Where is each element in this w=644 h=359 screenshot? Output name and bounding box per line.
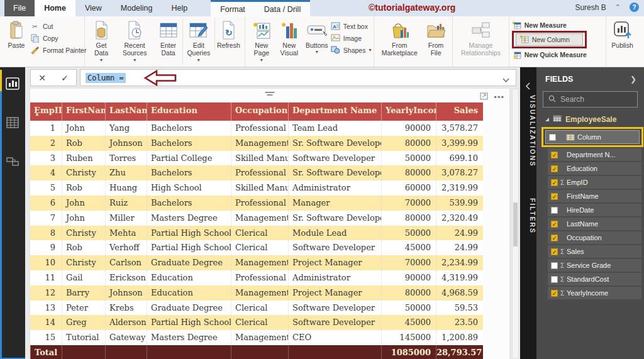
from-marketplace-button[interactable]: From Marketplace	[377, 19, 422, 58]
paste-button[interactable]: Paste	[3, 19, 30, 50]
table-row[interactable]: 14GregAldersonPartial High SchoolClerica…	[30, 315, 483, 330]
field-item[interactable]: ✓FirstName	[548, 190, 641, 202]
tab-file[interactable]: File	[4, 0, 35, 16]
text-box-button[interactable]: A Text box	[331, 21, 372, 31]
fields-search-input[interactable]: Search	[543, 91, 638, 108]
field-item[interactable]: Column	[545, 130, 640, 144]
expand-collapse-icon[interactable]	[545, 118, 549, 121]
dataset-row[interactable]: EmployeeSale	[536, 114, 644, 126]
field-item[interactable]: ✓ΣEmpID	[548, 176, 641, 189]
copy-button[interactable]: Copy	[30, 33, 86, 43]
report-view-icon[interactable]	[0, 70, 25, 97]
refresh-button[interactable]: ↻ Refresh	[214, 19, 242, 50]
field-item[interactable]: ✓Occupation	[548, 231, 641, 244]
table-row[interactable]: 15TutorialGatewayMasters DegreeManagemen…	[30, 330, 483, 345]
table-row[interactable]: 7JohnMillerMasters DegreeManagementSr. S…	[30, 211, 483, 226]
column-header[interactable]: Sales	[436, 102, 483, 121]
edit-queries-button[interactable]: Edit Queries▾	[182, 19, 214, 64]
field-checkbox-checked[interactable]: ✓	[551, 221, 558, 228]
table-row[interactable]: 5RobHuangHigh SchoolSkilled ManualAdmini…	[30, 180, 483, 196]
field-item[interactable]: ✓Department N...	[548, 148, 641, 161]
signed-in-user[interactable]: Suresh B	[575, 3, 606, 12]
column-header[interactable]: Education	[147, 102, 231, 121]
cancel-formula-icon[interactable]: ✕	[38, 73, 46, 83]
tab-home[interactable]: Home	[35, 0, 75, 16]
table-row[interactable]: 3RubenTorresPartial CollegeSkilled Manua…	[30, 151, 483, 166]
field-checkbox-checked[interactable]: ✓	[551, 179, 558, 186]
table-row[interactable]: 6JohnRuizBachelorsProfessionalManager700…	[30, 196, 483, 211]
scrollbar-thumb[interactable]	[513, 202, 518, 246]
formula-input[interactable]: Column =	[80, 69, 516, 86]
table-row[interactable]: 11GailEricksonEducationProfessionalAdmin…	[30, 270, 483, 285]
field-checkbox-checked[interactable]: ✓	[551, 248, 558, 255]
field-checkbox-unchecked[interactable]	[551, 207, 558, 214]
table-row[interactable]: 8ChristyMehtaPartial High SchoolClerical…	[30, 226, 483, 241]
new-quick-measure-button[interactable]: ⚡ New Quick Measure	[512, 50, 587, 59]
expand-pane-icon[interactable]	[525, 81, 530, 92]
field-checkbox-unchecked[interactable]	[549, 134, 556, 141]
field-item[interactable]: ✓LastName	[548, 218, 641, 230]
filters-collapsed-tab[interactable]: FILTERS	[520, 198, 536, 234]
table-row[interactable]: 4ChristyZhuBachelorsProfessionalSr. Soft…	[30, 165, 483, 180]
recent-sources-button[interactable]: Recent Sources▾	[115, 19, 154, 64]
commit-formula-icon[interactable]: ✓	[61, 73, 69, 83]
new-visual-button[interactable]: ✹ New Visual	[275, 19, 303, 58]
field-item[interactable]: ΣStandardCost	[548, 273, 641, 285]
field-checkbox-checked[interactable]: ✓	[551, 290, 558, 297]
table-visual[interactable]: ••• EmpID▲FirstNameLastNameEducationOccu…	[30, 89, 509, 359]
tab-help[interactable]: Help	[162, 0, 197, 16]
field-checkbox-checked[interactable]: ✓	[551, 165, 558, 172]
column-header[interactable]: EmpID▲	[30, 102, 62, 121]
field-item[interactable]: HireDate	[548, 204, 641, 216]
publish-button[interactable]: Publish	[609, 19, 636, 50]
column-header[interactable]: LastName	[105, 102, 147, 121]
visual-options-icon[interactable]: •••	[494, 92, 504, 102]
table-row[interactable]: 12BarryJohnsonEducationManagementProject…	[30, 285, 483, 301]
new-column-button[interactable]: ✹ New Column	[516, 33, 583, 46]
data-view-icon[interactable]	[0, 109, 25, 136]
shapes-button[interactable]: Shapes▾	[331, 45, 372, 55]
image-button[interactable]: Image	[331, 33, 372, 43]
field-item[interactable]: ✓ΣYearlyIncome	[548, 287, 641, 299]
field-checkbox-checked[interactable]: ✓	[551, 193, 558, 200]
dropdown-caret-icon: ▾	[100, 57, 103, 63]
column-header[interactable]: FirstName	[62, 102, 105, 121]
tab-view[interactable]: View	[75, 0, 111, 16]
visual-drag-handle-icon[interactable]	[265, 92, 275, 96]
manage-relationships-button[interactable]: Manage Relationships	[455, 19, 506, 58]
field-checkbox-unchecked[interactable]	[551, 276, 558, 283]
field-checkbox-unchecked[interactable]	[551, 262, 558, 269]
collapse-ribbon-icon[interactable]: ⌃	[615, 3, 621, 11]
column-header[interactable]: Occupation	[231, 102, 288, 121]
column-header[interactable]: Department Name	[288, 102, 381, 121]
table-row[interactable]: 9RobVerhoffPartial High SchoolClericalSo…	[30, 240, 483, 255]
new-measure-button[interactable]: ✹ New Measure	[512, 20, 587, 30]
field-item[interactable]: ✓ΣSales	[548, 245, 641, 258]
from-file-button[interactable]: From File	[422, 19, 450, 58]
tab-modeling[interactable]: Modeling	[111, 0, 162, 16]
field-item[interactable]: ✓Education	[548, 162, 641, 175]
visualizations-collapsed-tab[interactable]: VISUALIZATIONS	[520, 95, 536, 167]
field-item[interactable]: ΣService Grade	[548, 259, 641, 272]
model-view-icon[interactable]	[0, 148, 25, 175]
table-row[interactable]: 2RobJohnsonBachelorsManagementSr. Softwa…	[30, 136, 483, 151]
field-checkbox-checked[interactable]: ✓	[551, 235, 558, 241]
canvas-scrollbar[interactable]	[512, 89, 519, 359]
focus-mode-icon[interactable]	[480, 91, 488, 102]
collapse-fields-pane-icon[interactable]: ❯	[630, 75, 636, 84]
format-painter-button[interactable]: Format Painter	[30, 45, 86, 55]
table-row[interactable]: 13PeterKrebsGraduate DegreeClericalSoftw…	[30, 301, 483, 316]
tab-format[interactable]: Format	[211, 2, 255, 16]
field-checkbox-checked[interactable]: ✓	[551, 152, 558, 158]
new-page-button[interactable]: ✹ New Page▾	[248, 19, 275, 64]
formula-dropdown-icon[interactable]	[502, 75, 509, 84]
help-icon[interactable]: ?	[630, 3, 639, 12]
cut-button[interactable]: ✂ Cut	[30, 21, 86, 31]
table-row[interactable]: 10ChristyCarlsonGraduate DegreeManagemen…	[30, 255, 483, 270]
tab-data-drill[interactable]: Data / Drill	[255, 2, 310, 16]
buttons-button[interactable]: Buttons▾	[303, 19, 331, 57]
table-row[interactable]: 1JohnYangBachelorsProfessionalTeam Lead9…	[30, 121, 483, 136]
column-header[interactable]: YearlyIncome	[381, 102, 436, 121]
enter-data-button[interactable]: Enter Data	[154, 19, 182, 58]
get-data-button[interactable]: Get Data▾	[87, 19, 115, 64]
